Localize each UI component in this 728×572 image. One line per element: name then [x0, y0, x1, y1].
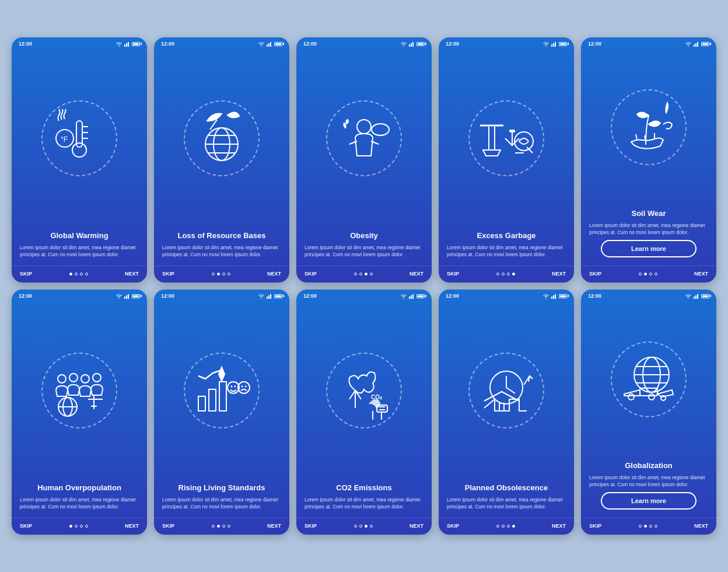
dot-3 [654, 273, 657, 275]
dot-2 [365, 273, 368, 275]
phone-card-planned-obsolescence: 12:00 [439, 290, 574, 535]
status-bar: 12:00 [12, 37, 147, 48]
next-button[interactable]: NEXT [552, 523, 566, 529]
signal-icon [267, 293, 272, 299]
skip-button[interactable]: SKIP [447, 271, 459, 277]
dot-1 [217, 273, 220, 275]
next-button[interactable]: NEXT [410, 271, 424, 277]
dot-1 [75, 273, 78, 275]
svg-rect-2 [128, 42, 129, 47]
wifi-icon [116, 41, 123, 47]
dot-1 [359, 273, 362, 275]
skip-button[interactable]: SKIP [589, 523, 601, 529]
svg-rect-10 [267, 44, 268, 47]
skip-button[interactable]: SKIP [20, 523, 32, 529]
svg-rect-24 [551, 44, 552, 47]
battery-icon [701, 294, 709, 298]
icon-area: °F [12, 48, 147, 226]
dot-2 [507, 525, 510, 528]
time: 12:00 [588, 41, 601, 47]
status-icons [685, 293, 709, 299]
svg-rect-0 [124, 44, 125, 47]
svg-rect-31 [694, 44, 695, 47]
next-button[interactable]: NEXT [552, 271, 566, 277]
svg-rect-60 [411, 295, 412, 299]
icon-circle: CO₂ [326, 353, 402, 428]
card-text: Lorem ipsum dolor sit dim amet, mea regi… [20, 245, 139, 259]
wifi-icon [116, 293, 123, 299]
svg-rect-64 [551, 297, 552, 299]
card-title: Rising Living Standards [162, 483, 281, 493]
skip-button[interactable]: SKIP [20, 271, 32, 277]
svg-rect-21 [412, 42, 414, 47]
svg-rect-49 [270, 294, 271, 299]
next-button[interactable]: NEXT [267, 523, 281, 529]
next-button[interactable]: NEXT [125, 523, 139, 529]
skip-button[interactable]: SKIP [589, 271, 601, 277]
card-text: Lorem ipsum dolor sit dim amet, mea regi… [20, 497, 139, 511]
time: 12:00 [303, 293, 317, 299]
dot-1 [359, 525, 362, 528]
status-icons [116, 41, 140, 47]
phone-card-soil-wear: 12:00 [581, 37, 716, 282]
signal-icon [409, 41, 415, 47]
card-content: Obesity Lorem ipsum dolor sit dim amet, … [296, 226, 432, 266]
svg-rect-19 [409, 44, 410, 47]
card-content: Rising Living Standards Lorem ipsum dolo… [154, 479, 289, 518]
svg-point-41 [69, 374, 78, 382]
wifi-icon [400, 293, 407, 299]
status-icons [685, 41, 709, 47]
skip-button[interactable]: SKIP [304, 271, 317, 277]
next-button[interactable]: NEXT [267, 271, 281, 277]
dot-2 [80, 273, 83, 275]
icon-circle [41, 353, 117, 428]
svg-rect-48 [268, 295, 270, 299]
svg-point-78 [628, 394, 634, 400]
icon-circle [326, 100, 402, 176]
next-button[interactable]: NEXT [694, 523, 708, 529]
card-title: Loss of Resource Bases [162, 231, 281, 241]
next-button[interactable]: NEXT [125, 271, 139, 277]
status-icons [258, 41, 282, 47]
icon-area [296, 48, 432, 226]
battery-icon [559, 42, 567, 46]
dot-2 [222, 273, 225, 275]
card-title: Global Warming [20, 231, 139, 241]
dot-2 [649, 525, 652, 528]
card-text: Lorem ipsum dolor sit dim amet, mea regi… [447, 245, 566, 259]
learn-more-button[interactable]: Learn more [601, 492, 696, 510]
dot-3 [370, 273, 373, 275]
svg-point-57 [242, 386, 243, 388]
card-footer: SKIP NEXT [581, 518, 716, 535]
svg-rect-68 [499, 403, 504, 411]
skip-button[interactable]: SKIP [162, 271, 174, 277]
battery-icon [559, 294, 567, 298]
next-button[interactable]: NEXT [410, 523, 424, 529]
signal-icon [409, 293, 415, 299]
skip-button[interactable]: SKIP [447, 523, 459, 529]
phone-card-loss-resource: 12:00 [154, 37, 289, 282]
status-bar: 12:00 [296, 290, 432, 300]
card-text: Lorem ipsum dolor sit dim amet, mea regi… [162, 245, 281, 259]
status-bar: 12:00 [581, 37, 716, 48]
svg-rect-71 [697, 294, 698, 299]
dot-3 [85, 525, 88, 528]
wifi-icon [542, 293, 550, 299]
dot-1 [502, 525, 505, 528]
svg-rect-51 [209, 389, 216, 411]
dot-0 [69, 273, 72, 275]
phone-card-global-warming: 12:00 °F [12, 37, 147, 282]
time: 12:00 [19, 293, 32, 299]
signal-icon [267, 41, 272, 47]
dot-1 [644, 525, 647, 528]
next-button[interactable]: NEXT [694, 271, 708, 277]
learn-more-button[interactable]: Learn more [601, 240, 696, 257]
dot-0 [354, 525, 357, 528]
card-text: Lorem ipsum dolor sit dim amet, mea regi… [447, 497, 566, 511]
svg-rect-32 [695, 43, 696, 47]
card-content: CO2 Emissions Lorem ipsum dolor sit dim … [296, 479, 432, 518]
skip-button[interactable]: SKIP [304, 523, 317, 529]
skip-button[interactable]: SKIP [162, 523, 174, 529]
card-footer: SKIP NEXT [12, 518, 147, 535]
phone-card-excess-garbage: 12:00 [439, 37, 574, 282]
